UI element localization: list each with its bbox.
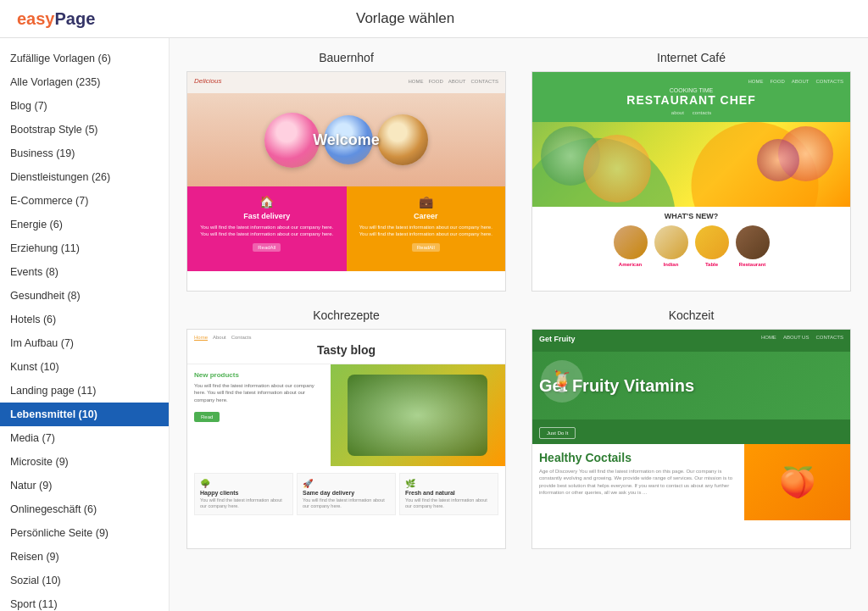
bauernhof-delivery-title: Fast delivery <box>243 212 290 220</box>
bauernhof-career-btn[interactable]: ReadAll <box>412 243 440 252</box>
kochzeit-healthy-text: Age of Discovery You will find the lates… <box>539 468 737 497</box>
sidebar-item[interactable]: Erziehung (11) <box>0 236 169 260</box>
icafe-circle-label-american: American <box>619 262 642 267</box>
kochrezepte-bottom-cards: 🌳 Happy clients You will find the latest… <box>187 466 505 522</box>
template-thumb-internet-cafe[interactable]: HOME FOOD ABOUT CONTACTS COOKING TIME RE… <box>531 71 851 292</box>
sidebar: Zufällige Vorlagen (6)Alle Vorlagen (235… <box>0 38 170 611</box>
icafe-supertitle: COOKING TIME <box>539 87 843 93</box>
bauernhof-career-icon: 💼 <box>419 195 433 208</box>
icafe-nav: HOME FOOD ABOUT CONTACTS <box>539 79 843 84</box>
kochrezepte-happy-icon: 🌳 <box>200 479 287 488</box>
template-thumb-kochzeit[interactable]: Get Fruity HOME ABOUT US CONTACTS 🍹 <box>531 329 851 549</box>
header: easyPage Vorlage wählen <box>0 0 868 38</box>
sidebar-item[interactable]: Business (19) <box>0 142 169 165</box>
icafe-circle-item-american: American <box>614 225 648 267</box>
kochzeit-brand: Get Fruity <box>539 335 576 343</box>
bauernhof-nav-links: HOME FOOD ABOUT CONTACTS <box>408 79 498 84</box>
icafe-circle-table <box>695 225 729 259</box>
sidebar-item[interactable]: Sozial (10) <box>0 569 169 592</box>
sidebar-item[interactable]: Zufällige Vorlagen (6) <box>0 47 169 70</box>
sidebar-item[interactable]: Landing page (11) <box>0 379 169 403</box>
templates-grid: Bauernhof Delicious HOME FOOD ABOUT CONT… <box>186 51 851 549</box>
bauernhof-card-career: 💼 Career You will find the latest inform… <box>347 186 506 271</box>
icafe-circles: American Indian Table <box>539 225 843 267</box>
sidebar-item[interactable]: Kunst (10) <box>0 355 169 379</box>
sidebar-item[interactable]: Natur (9) <box>0 474 169 497</box>
kochrezepte-blog-title: Tasty blog <box>194 343 498 357</box>
bauernhof-delivery-text: You will find the latest information abo… <box>196 224 338 238</box>
template-group-internet-cafe: Internet Café HOME FOOD ABOUT CONTACTS <box>531 51 851 292</box>
kochzeit-just-do-it-btn[interactable]: Just Do It <box>539 427 576 439</box>
template-group-kochzeit: Kochzeit Get Fruity HOME ABOUT US CONTAC… <box>531 308 851 549</box>
logo-page: Page <box>55 9 96 29</box>
kochrezepte-read-btn[interactable]: Read <box>194 412 220 422</box>
template-group-bauernhof: Bauernhof Delicious HOME FOOD ABOUT CONT… <box>186 51 506 292</box>
sidebar-item[interactable]: Energie (6) <box>0 213 169 236</box>
kochzeit-bottom: Healthy Coctails Age of Discovery You wi… <box>532 444 850 520</box>
sidebar-item[interactable]: Media (7) <box>0 426 169 450</box>
kochzeit-bottom-left: Healthy Coctails Age of Discovery You wi… <box>532 444 744 520</box>
sidebar-item[interactable]: E-Commerce (7) <box>0 189 169 213</box>
kochzeit-nav-links: HOME ABOUT US CONTACTS <box>761 335 843 343</box>
icafe-circle-label-restaurant: Restaurant <box>739 262 765 267</box>
kochzeit-top: Get Fruity HOME ABOUT US CONTACTS <box>532 330 850 352</box>
sidebar-item[interactable]: Hotels (6) <box>0 308 169 331</box>
sidebar-item[interactable]: Onlinegeschäft (6) <box>0 497 169 521</box>
sidebar-item[interactable]: Dienstleistungen (26) <box>0 165 169 189</box>
kochrezepte-happy-text: You will find the latest information abo… <box>200 497 287 509</box>
kochrezepte-sameday-title: Same day delivery <box>303 490 390 496</box>
icafe-circle-label-indian: Indian <box>664 262 679 267</box>
logo-easy: easy <box>17 9 55 29</box>
sidebar-item[interactable]: Sport (11) <box>0 592 169 611</box>
sidebar-item[interactable]: Events (8) <box>0 260 169 284</box>
sidebar-item[interactable]: Im Aufbau (7) <box>0 331 169 355</box>
template-group-kochrezepte: Kochrezepte Home About Contacts Tasty bl… <box>186 308 506 549</box>
kochrezepte-nav: Home About Contacts <box>194 335 498 340</box>
bauernhof-delivery-btn[interactable]: ReadAll <box>253 243 281 252</box>
template-label-kochzeit: Kochzeit <box>531 308 851 322</box>
kochrezepte-nav-links: Home About Contacts <box>194 335 251 340</box>
page-title: Vorlage wählen <box>129 10 682 27</box>
icafe-subnav: about contacts <box>539 110 843 115</box>
bauernhof-hero: Welcome <box>187 93 505 186</box>
kochzeit-bottom-right: 🍑 <box>744 444 850 520</box>
sidebar-item[interactable]: Alle Vorlagen (235) <box>0 70 169 94</box>
kochrezepte-new-products: New products <box>194 371 324 379</box>
sidebar-item[interactable]: Persönliche Seite (9) <box>0 521 169 545</box>
kochrezepte-fresh-text: You will find the latest information abo… <box>405 497 492 509</box>
kochrezepte-fresh-title: Fresh and natural <box>405 490 492 496</box>
sidebar-item[interactable]: Bootstrap Style (5) <box>0 118 169 142</box>
sidebar-item[interactable]: Microsite (9) <box>0 450 169 474</box>
bauernhof-career-title: Career <box>414 212 438 220</box>
icafe-circle-item-indian: Indian <box>654 225 688 267</box>
template-thumb-kochrezepte[interactable]: Home About Contacts Tasty blog New produ… <box>186 329 506 549</box>
kochzeit-healthy-title: Healthy Coctails <box>539 451 737 464</box>
kochzeit-hero-fruit-emoji: 🍹 <box>549 369 575 393</box>
kochrezepte-sameday-icon: 🚀 <box>303 479 390 488</box>
icafe-circle-item-restaurant: Restaurant <box>736 225 770 267</box>
bauernhof-hero-text: Welcome <box>313 131 380 149</box>
kochrezepte-card-happy: 🌳 Happy clients You will find the latest… <box>194 473 293 515</box>
content-area: Bauernhof Delicious HOME FOOD ABOUT CONT… <box>170 38 868 611</box>
icafe-circle-item-table: Table <box>695 225 729 267</box>
kochrezepte-card-sameday: 🚀 Same day delivery You will find the la… <box>297 473 396 515</box>
kochrezepte-hero: New products You will find the latest in… <box>187 364 505 466</box>
bauernhof-nav-logo: Delicious <box>194 77 221 85</box>
icafe-main-title: RESTAURANT CHEF <box>539 93 843 107</box>
sidebar-item[interactable]: Lebensmittel (10) <box>0 403 169 426</box>
icafe-food-circle-2 <box>583 135 651 203</box>
kochrezepte-fresh-icon: 🌿 <box>405 479 492 488</box>
sidebar-item[interactable]: Blog (7) <box>0 94 169 118</box>
kochrezepte-right-img <box>331 364 505 466</box>
icafe-whatsnew: WHAT'S NEW? American Indian <box>532 207 850 272</box>
template-thumb-bauernhof[interactable]: Delicious HOME FOOD ABOUT CONTACTS <box>186 71 506 292</box>
kochrezepte-desc: You will find the latest information abo… <box>194 382 324 403</box>
template-label-kochrezepte: Kochrezepte <box>186 308 506 322</box>
sidebar-item[interactable]: Gesundheit (8) <box>0 284 169 308</box>
sidebar-item[interactable]: Reisen (9) <box>0 545 169 569</box>
kochzeit-mid: Just Do It <box>532 419 850 444</box>
kochrezepte-happy-title: Happy clients <box>200 490 287 496</box>
icafe-circle-indian <box>654 225 688 259</box>
kochrezepte-sameday-text: You will find the latest information abo… <box>303 497 390 509</box>
kochrezepte-food-visual <box>331 364 505 466</box>
